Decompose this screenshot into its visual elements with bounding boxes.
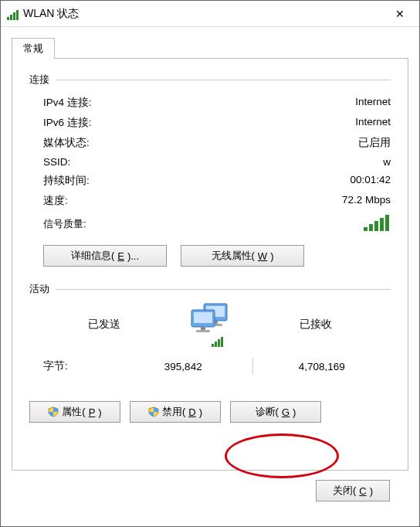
window-title: WLAN 状态	[23, 7, 382, 21]
tab-strip: 常规	[12, 36, 408, 58]
row-ssid: SSID: w	[29, 153, 391, 171]
computers-icon	[188, 302, 232, 338]
row-media: 媒体状态: 已启用	[29, 133, 391, 153]
bytes-sent-value: 395,842	[114, 361, 252, 372]
svg-rect-5	[194, 312, 212, 323]
properties-button[interactable]: 属性(P)	[29, 401, 120, 423]
media-label: 媒体状态:	[43, 136, 298, 150]
mini-signal-icon	[212, 336, 223, 347]
activity-icon	[179, 302, 241, 347]
bytes-row: 字节: 395,842 4,708,169	[29, 358, 391, 375]
tab-general[interactable]: 常规	[12, 38, 55, 59]
duration-value: 00:01:42	[298, 174, 391, 188]
group-activity-title: 活动	[29, 282, 391, 296]
wireless-properties-button[interactable]: 无线属性(W)	[181, 245, 304, 267]
close-icon: ✕	[395, 8, 405, 20]
svg-rect-7	[196, 330, 210, 332]
group-connection-title: 连接	[29, 73, 391, 87]
ssid-value: w	[298, 156, 391, 168]
row-duration: 持续时间: 00:01:42	[29, 171, 391, 191]
row-speed: 速度: 72.2 Mbps	[29, 191, 391, 211]
close-window-button[interactable]: ✕	[382, 2, 418, 26]
shield-icon	[48, 406, 59, 417]
row-ipv4: IPv4 连接: Internet	[29, 93, 391, 113]
disable-button[interactable]: 禁用(D)	[130, 401, 221, 423]
tab-general-label: 常规	[23, 42, 43, 54]
diagnose-button[interactable]: 诊断(G)	[230, 401, 321, 423]
speed-label: 速度:	[43, 194, 298, 208]
details-button[interactable]: 详细信息(E)...	[43, 245, 167, 267]
row-signal: 信号质量:	[29, 211, 391, 234]
wlan-icon	[7, 8, 19, 20]
signal-bars-icon	[364, 214, 391, 231]
divider	[56, 80, 391, 80]
activity-body: 已发送	[29, 302, 391, 347]
speed-value: 72.2 Mbps	[298, 194, 391, 208]
divider	[56, 289, 391, 290]
bytes-received-value: 4,708,169	[253, 361, 391, 372]
svg-rect-6	[201, 327, 205, 330]
shield-icon	[148, 406, 159, 417]
ipv6-label: IPv6 连接:	[43, 116, 298, 130]
sent-label: 已发送	[29, 318, 179, 332]
group-activity-label: 活动	[29, 282, 49, 296]
close-button[interactable]: 关闭(C)	[316, 480, 390, 502]
ipv4-value: Internet	[298, 96, 391, 110]
bytes-label: 字节:	[29, 359, 114, 373]
ssid-label: SSID:	[43, 156, 298, 168]
row-ipv6: IPv6 连接: Internet	[29, 113, 391, 133]
ipv4-label: IPv4 连接:	[43, 96, 298, 110]
signal-label: 信号质量:	[43, 217, 364, 231]
duration-label: 持续时间:	[43, 174, 298, 188]
group-connection-label: 连接	[29, 73, 49, 87]
ipv6-value: Internet	[298, 116, 391, 130]
received-label: 已接收	[241, 318, 391, 332]
titlebar: WLAN 状态 ✕	[1, 1, 419, 27]
media-value: 已启用	[298, 136, 391, 150]
tab-panel-general: 连接 IPv4 连接: Internet IPv6 连接: Internet 媒…	[12, 58, 408, 471]
